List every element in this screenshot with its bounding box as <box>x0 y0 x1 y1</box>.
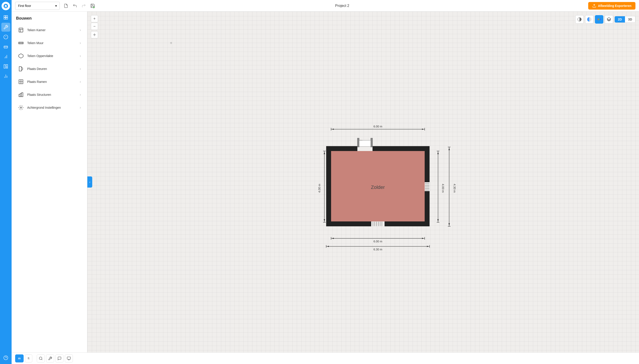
svg-marker-62 <box>448 223 450 226</box>
svg-rect-87 <box>425 182 430 191</box>
canvas-controls: + − <box>91 15 98 38</box>
view-mode-selector: 2D 3D <box>614 16 636 23</box>
achtergrond-arrow: › <box>80 106 81 110</box>
export-button[interactable]: Afbeelding Exporteren <box>588 2 636 10</box>
svg-point-32 <box>20 107 22 108</box>
sidebar-item-floorplan[interactable] <box>1 13 10 22</box>
teken-oppervlakte-label: Teken Oppervlakte <box>27 54 77 58</box>
svg-marker-44 <box>422 128 424 130</box>
svg-rect-11 <box>6 68 8 68</box>
floor-plan: 6.00 m 4.00 m 4.00 m <box>296 118 465 257</box>
plaats-deuren-icon <box>18 66 24 72</box>
floor-selector-value: First floor <box>18 4 31 8</box>
sidebar-item-info[interactable] <box>1 32 10 42</box>
svg-rect-4 <box>6 18 8 19</box>
svg-marker-74 <box>427 246 429 247</box>
svg-rect-23 <box>19 43 23 44</box>
search-bottom-button[interactable] <box>37 354 45 362</box>
svg-rect-80 <box>371 222 384 226</box>
layers-button[interactable] <box>605 15 613 24</box>
svg-marker-55 <box>437 152 439 154</box>
color-scheme-button[interactable] <box>585 15 594 24</box>
svg-rect-9 <box>4 64 5 68</box>
toolbar-icons <box>62 2 96 9</box>
svg-marker-67 <box>332 238 334 239</box>
svg-rect-19 <box>19 28 23 32</box>
app-logo[interactable] <box>2 2 10 10</box>
svg-marker-68 <box>422 238 424 239</box>
collapse-panel-button[interactable]: ‹ <box>87 176 92 188</box>
plaats-structuren-arrow: › <box>80 93 81 97</box>
svg-rect-2 <box>6 16 8 17</box>
svg-text:6.00 m: 6.00 m <box>374 240 382 243</box>
tool-item-plaats-ramen[interactable]: Plaats Ramen › <box>13 76 85 88</box>
sidebar-item-stats[interactable] <box>1 72 10 81</box>
svg-text:4.00 m: 4.00 m <box>318 184 321 193</box>
comment-bottom-button[interactable] <box>56 354 64 362</box>
center-view-button[interactable] <box>91 31 98 38</box>
view-controls: 2D 3D <box>575 15 636 24</box>
svg-point-37 <box>598 18 600 20</box>
top-bar: First floor ▾ <box>12 0 639 12</box>
share-bottom-button[interactable] <box>65 354 73 362</box>
new-file-button[interactable] <box>62 2 70 9</box>
svg-marker-43 <box>332 128 334 130</box>
plaats-structuren-icon <box>18 92 24 98</box>
tools-panel-header: Bouwen <box>12 12 87 24</box>
tool-item-plaats-deuren[interactable]: Plaats Deuren › <box>13 62 85 75</box>
sidebar-item-furniture[interactable] <box>1 42 10 51</box>
tools-bottom-button[interactable] <box>46 354 54 362</box>
teken-oppervlakte-icon <box>18 53 24 59</box>
tool-item-plaats-structuren[interactable]: Plaats Structuren › <box>13 88 85 101</box>
tool-item-teken-kamer[interactable]: Teken Kamer › <box>13 24 85 36</box>
contrast-button[interactable] <box>575 15 584 24</box>
floor-plan-svg: 6.00 m 4.00 m 4.00 m <box>296 118 465 256</box>
tool-item-teken-muur[interactable]: Teken Muur › <box>13 37 85 49</box>
teken-oppervlakte-arrow: › <box>80 54 81 58</box>
redo-button[interactable] <box>80 2 87 9</box>
svg-rect-29 <box>19 94 20 97</box>
svg-rect-94 <box>371 138 372 147</box>
room-label: Zolder <box>371 184 385 190</box>
view-2d-button[interactable]: 2D <box>615 16 625 22</box>
main-panel: First floor ▾ <box>12 0 639 364</box>
save-button[interactable] <box>89 2 96 9</box>
icon-sidebar <box>0 0 12 364</box>
plaats-deuren-arrow: › <box>80 67 81 71</box>
floor-selector[interactable]: First floor ▾ <box>15 2 60 10</box>
teken-kamer-label: Teken Kamer <box>27 28 77 32</box>
tools-panel: Bouwen Teken Kamer › <box>12 12 87 352</box>
svg-text:4.30 m: 4.30 m <box>453 184 456 193</box>
svg-rect-1 <box>4 16 6 17</box>
svg-rect-93 <box>358 138 359 147</box>
svg-line-97 <box>42 359 42 360</box>
unit-ft-button[interactable]: ft <box>25 354 32 362</box>
svg-point-96 <box>39 357 42 360</box>
sidebar-item-decorate[interactable] <box>1 52 10 61</box>
color-mode-button[interactable] <box>595 15 603 24</box>
teken-kamer-arrow: › <box>80 28 81 32</box>
canvas-area[interactable]: ‹ + − + <box>87 12 639 352</box>
svg-rect-95 <box>359 140 371 146</box>
chevron-down-icon: ▾ <box>55 4 57 8</box>
teken-kamer-icon <box>18 27 24 33</box>
tool-item-teken-oppervlakte[interactable]: Teken Oppervlakte › <box>13 50 85 62</box>
svg-rect-31 <box>22 93 23 97</box>
undo-button[interactable] <box>71 2 78 9</box>
svg-marker-56 <box>437 219 439 222</box>
view-3d-button[interactable]: 3D <box>625 16 635 22</box>
svg-text:4.00 m: 4.00 m <box>441 184 445 193</box>
bottom-bar: m ft <box>12 352 639 364</box>
svg-rect-79 <box>358 146 372 151</box>
unit-m-button[interactable]: m <box>15 354 24 362</box>
sidebar-item-help[interactable] <box>1 353 10 362</box>
tool-item-achtergrond[interactable]: Achtergrond Instellingen › <box>13 101 85 114</box>
zoom-out-button[interactable]: − <box>91 23 98 30</box>
teken-muur-icon <box>18 40 24 46</box>
svg-rect-77 <box>326 146 331 226</box>
svg-marker-61 <box>448 148 450 150</box>
sidebar-item-layout[interactable] <box>1 62 10 71</box>
zoom-in-button[interactable]: + <box>91 15 98 22</box>
sidebar-item-build[interactable] <box>1 23 10 32</box>
teken-muur-label: Teken Muur <box>27 41 77 45</box>
